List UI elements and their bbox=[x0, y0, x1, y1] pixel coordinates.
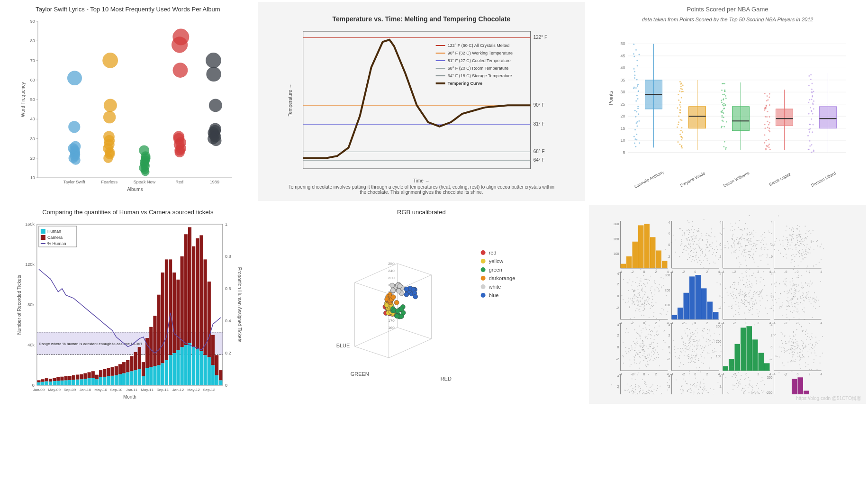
svg-point-882 bbox=[753, 230, 754, 231]
svg-point-2352 bbox=[808, 364, 809, 365]
svg-point-1824 bbox=[637, 343, 638, 344]
svg-point-2291 bbox=[809, 369, 810, 370]
svg-point-985 bbox=[740, 237, 741, 238]
svg-point-1239 bbox=[651, 286, 652, 287]
svg-point-312 bbox=[813, 91, 814, 92]
svg-point-161 bbox=[635, 49, 637, 51]
svg-text:120k: 120k bbox=[25, 262, 35, 267]
svg-point-2115 bbox=[683, 342, 684, 343]
svg-point-1753 bbox=[796, 307, 796, 308]
svg-point-298 bbox=[811, 118, 812, 120]
svg-point-643 bbox=[699, 247, 700, 248]
svg-point-280 bbox=[769, 131, 770, 132]
svg-point-1333 bbox=[634, 303, 635, 304]
svg-point-766 bbox=[691, 261, 692, 262]
svg-point-2651 bbox=[697, 393, 698, 394]
svg-point-1942 bbox=[650, 346, 651, 347]
svg-point-281 bbox=[766, 145, 767, 146]
svg-point-2508 bbox=[639, 392, 640, 393]
svg-text:5: 5 bbox=[623, 150, 625, 155]
svg-point-309 bbox=[813, 100, 814, 102]
svg-point-1522 bbox=[735, 310, 736, 311]
tickets-panel: Comparing the quantities of Human vs Cam… bbox=[2, 205, 254, 404]
svg-point-968 bbox=[763, 244, 764, 245]
svg-text:Deron Williams: Deron Williams bbox=[723, 170, 750, 188]
svg-point-2638 bbox=[700, 372, 701, 373]
svg-point-966 bbox=[750, 240, 751, 241]
svg-point-1210 bbox=[651, 307, 651, 308]
svg-point-1316 bbox=[654, 294, 655, 295]
svg-point-2006 bbox=[696, 340, 697, 341]
svg-point-1448 bbox=[767, 313, 768, 314]
svg-point-718 bbox=[699, 260, 700, 261]
svg-point-1650 bbox=[796, 284, 796, 285]
svg-point-1700 bbox=[805, 297, 806, 298]
svg-point-205 bbox=[682, 131, 683, 133]
svg-text:2: 2 bbox=[720, 282, 722, 286]
svg-point-2093 bbox=[691, 355, 692, 355]
svg-point-2030 bbox=[681, 336, 682, 336]
svg-point-922 bbox=[741, 239, 742, 240]
svg-point-914 bbox=[736, 239, 737, 240]
svg-point-1311 bbox=[635, 310, 636, 311]
svg-point-1346 bbox=[639, 309, 640, 309]
svg-point-2477 bbox=[660, 394, 661, 394]
svg-point-2267 bbox=[794, 361, 795, 362]
svg-point-626 bbox=[698, 240, 699, 241]
svg-point-1437 bbox=[732, 296, 733, 297]
svg-point-956 bbox=[760, 242, 761, 243]
svg-point-2287 bbox=[800, 349, 801, 350]
svg-point-792 bbox=[703, 260, 704, 261]
svg-point-127 bbox=[634, 71, 635, 73]
svg-text:-2: -2 bbox=[733, 270, 736, 273]
svg-point-2241 bbox=[805, 366, 806, 367]
svg-point-1486 bbox=[734, 288, 735, 289]
svg-point-1471 bbox=[758, 316, 759, 317]
svg-point-2768 bbox=[758, 388, 759, 389]
svg-point-1410 bbox=[762, 298, 763, 299]
svg-point-1013 bbox=[817, 246, 818, 246]
svg-point-1313 bbox=[654, 267, 655, 268]
svg-point-2575 bbox=[681, 386, 682, 387]
svg-rect-435 bbox=[181, 256, 184, 347]
svg-point-1709 bbox=[800, 296, 801, 297]
chocolate-xlabel: Time → bbox=[258, 178, 585, 183]
svg-point-264 bbox=[764, 109, 765, 111]
svg-point-257 bbox=[769, 146, 770, 148]
svg-point-2328 bbox=[799, 364, 800, 365]
svg-point-1628 bbox=[794, 294, 795, 295]
svg-point-2037 bbox=[692, 324, 693, 325]
svg-rect-414 bbox=[142, 376, 145, 385]
svg-point-2547 bbox=[635, 384, 636, 385]
svg-point-1198 bbox=[634, 317, 635, 318]
svg-point-1293 bbox=[638, 309, 639, 310]
svg-point-1050 bbox=[774, 249, 775, 250]
svg-point-758 bbox=[699, 238, 700, 239]
svg-point-1924 bbox=[637, 341, 638, 342]
svg-point-1995 bbox=[691, 339, 692, 340]
svg-point-2141 bbox=[709, 368, 710, 369]
svg-rect-381 bbox=[76, 374, 79, 379]
svg-point-1533 bbox=[744, 295, 745, 296]
svg-point-2098 bbox=[704, 328, 705, 329]
svg-point-1955 bbox=[644, 356, 645, 357]
svg-text:-2: -2 bbox=[733, 373, 736, 376]
svg-point-871 bbox=[762, 254, 763, 255]
svg-point-1193 bbox=[648, 297, 649, 298]
svg-point-2868 bbox=[760, 381, 761, 382]
svg-text:0: 0 bbox=[797, 270, 799, 273]
svg-rect-364 bbox=[45, 382, 48, 386]
svg-point-821 bbox=[749, 251, 750, 252]
svg-point-203 bbox=[681, 119, 683, 121]
svg-text:-2: -2 bbox=[769, 357, 772, 361]
svg-point-2049 bbox=[697, 333, 698, 334]
svg-point-1834 bbox=[654, 339, 655, 340]
svg-text:4: 4 bbox=[771, 221, 773, 224]
svg-point-1704 bbox=[787, 297, 788, 298]
svg-point-753 bbox=[687, 240, 688, 241]
svg-point-555 bbox=[394, 300, 399, 305]
svg-text:2: 2 bbox=[720, 385, 722, 388]
svg-point-1141 bbox=[796, 237, 797, 238]
svg-text:170: 170 bbox=[388, 318, 395, 323]
svg-point-1496 bbox=[744, 293, 745, 294]
